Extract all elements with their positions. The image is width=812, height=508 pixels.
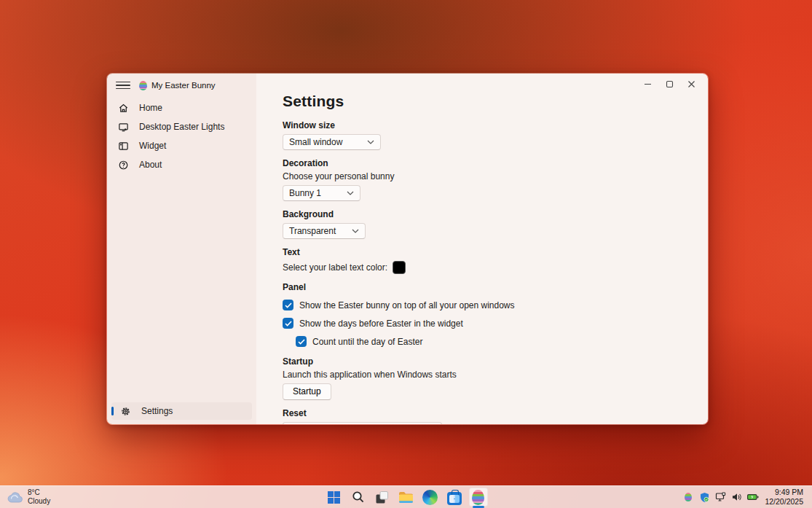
bunny-dropdown[interactable]: Bunny 1 (283, 185, 360, 201)
sidebar-item-widget[interactable]: Widget (109, 136, 254, 155)
reset-button[interactable]: Reset the My Easter Bunny settings (283, 422, 442, 425)
days-before-checkbox[interactable] (283, 318, 293, 329)
hamburger-menu-icon[interactable] (116, 78, 130, 93)
sidebar-item-label: Home (139, 103, 162, 113)
count-until-checkbox[interactable] (296, 336, 307, 347)
app-logo-icon (139, 81, 147, 90)
sidebar-item-home[interactable]: Home (109, 98, 254, 117)
file-explorer-button[interactable] (397, 488, 416, 507)
start-button[interactable] (325, 488, 344, 507)
background-label: Background (283, 209, 686, 219)
taskbar-center (325, 486, 488, 508)
sidebar-item-about[interactable]: About (109, 155, 254, 174)
checkbox-label: Count until the day of Easter (312, 337, 422, 347)
checkbox-row-days-before: Show the days before Easter in the widge… (283, 318, 686, 329)
easter-bunny-app-icon (472, 490, 484, 505)
taskbar: 8°C Cloudy (0, 485, 812, 508)
start-icon (327, 491, 341, 504)
chevron-down-icon (367, 140, 374, 144)
startup-button[interactable]: Startup (283, 383, 331, 400)
weather-widget[interactable]: 8°C Cloudy (0, 486, 58, 508)
minimize-icon[interactable] (636, 77, 658, 91)
sidebar-item-settings[interactable]: Settings (111, 402, 252, 420)
easter-bunny-app-button[interactable] (469, 488, 488, 507)
task-view-button[interactable] (373, 488, 392, 507)
sidebar: My Easter Bunny Home Desktop Easter Ligh… (107, 74, 256, 424)
close-icon[interactable] (680, 77, 702, 91)
reset-label: Reset (283, 408, 686, 418)
window-size-label: Window size (283, 120, 686, 130)
desktop: { "window": { "title": "My Easter Bunny"… (0, 0, 812, 508)
store-button[interactable] (445, 488, 464, 507)
app-window: My Easter Bunny Home Desktop Easter Ligh… (106, 73, 709, 425)
clock-date: 12/20/2025 (765, 497, 803, 507)
easter-egg-tray-icon[interactable] (682, 491, 695, 504)
search-button[interactable] (349, 488, 368, 507)
system-tray: 9:49 PM 12/20/2025 (682, 486, 812, 508)
window-size-value: Small window (289, 137, 342, 147)
search-icon (352, 491, 365, 504)
desktop-star-icon (118, 122, 129, 133)
bunny-value: Bunny 1 (289, 188, 321, 198)
decoration-description: Choose your personal bunny (283, 171, 686, 181)
text-color-label: Select your label text color: (283, 262, 387, 273)
decoration-label: Decoration (283, 158, 686, 168)
sidebar-item-label: About (139, 160, 162, 170)
task-view-icon (375, 491, 389, 504)
sidebar-item-label: Widget (139, 141, 166, 151)
sidebar-item-label: Settings (141, 406, 173, 416)
weather-text: 8°C Cloudy (28, 488, 50, 506)
widget-icon (118, 141, 129, 152)
battery-icon[interactable] (746, 491, 759, 504)
text-section-label: Text (283, 247, 686, 257)
help-circle-icon (118, 160, 129, 171)
startup-label: Startup (283, 356, 686, 367)
weather-condition: Cloudy (28, 497, 50, 506)
text-color-row: Select your label text color: (283, 261, 686, 274)
titlebar: My Easter Bunny (107, 74, 256, 95)
checkbox-row-on-top: Show the Easter bunny on top of all your… (283, 300, 686, 310)
volume-icon[interactable] (730, 491, 743, 504)
sidebar-footer: Settings (107, 399, 256, 424)
network-icon[interactable] (714, 491, 727, 504)
chevron-down-icon (347, 191, 354, 195)
store-icon (447, 492, 462, 505)
file-explorer-icon (398, 491, 414, 504)
chevron-down-icon (352, 229, 359, 233)
background-value: Transparent (289, 226, 336, 236)
sidebar-item-desktop-easter-lights[interactable]: Desktop Easter Lights (109, 117, 254, 136)
weather-temp: 8°C (28, 488, 50, 497)
home-icon (118, 103, 129, 114)
checkbox-label: Show the days before Easter in the widge… (299, 319, 463, 329)
window-size-dropdown[interactable]: Small window (283, 134, 381, 150)
startup-description: Launch this application when Windows sta… (283, 370, 686, 380)
checkbox-label: Show the Easter bunny on top of all your… (299, 300, 515, 310)
edge-button[interactable] (421, 488, 440, 507)
edge-icon (422, 490, 438, 505)
checkbox-row-count-until: Count until the day of Easter (296, 336, 686, 347)
window-title: My Easter Bunny (151, 81, 216, 90)
panel-label: Panel (283, 282, 686, 292)
security-shield-icon[interactable] (698, 491, 711, 504)
background-dropdown[interactable]: Transparent (283, 223, 366, 239)
clock-time: 9:49 PM (765, 488, 803, 497)
settings-page: Settings Window size Small window Decora… (256, 74, 708, 424)
text-color-swatch[interactable] (393, 261, 406, 274)
maximize-icon[interactable] (658, 77, 680, 91)
on-top-checkbox[interactable] (283, 300, 293, 310)
sidebar-item-label: Desktop Easter Lights (139, 122, 224, 132)
caption-buttons (636, 77, 702, 91)
clock[interactable]: 9:49 PM 12/20/2025 (762, 486, 806, 508)
gear-icon (120, 406, 131, 417)
page-title: Settings (283, 93, 686, 110)
sidebar-nav: Home Desktop Easter Lights Widget About (107, 98, 256, 174)
cloud-icon (7, 492, 23, 503)
